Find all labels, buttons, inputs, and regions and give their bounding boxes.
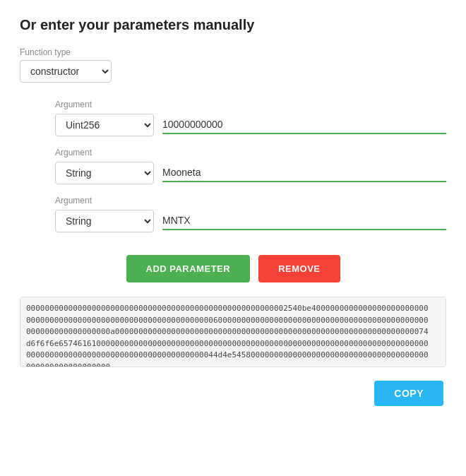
argument-type-select-2[interactable]: Uint256 String Address Bool Bytes bbox=[55, 210, 154, 232]
argument-input-0[interactable] bbox=[162, 116, 446, 134]
argument-row-0: Argument Uint256 String Address Bool Byt… bbox=[55, 100, 446, 136]
buttons-row: ADD PARAMETER REMOVE bbox=[20, 255, 446, 282]
add-parameter-button[interactable]: ADD PARAMETER bbox=[126, 255, 251, 282]
argument-input-2[interactable] bbox=[162, 212, 446, 230]
copy-row: COPY bbox=[20, 381, 446, 406]
output-box-wrapper bbox=[20, 297, 446, 369]
argument-label-2: Argument bbox=[55, 196, 446, 206]
arguments-section: Argument Uint256 String Address Bool Byt… bbox=[20, 100, 446, 232]
function-type-label: Function type bbox=[20, 47, 446, 57]
copy-button[interactable]: COPY bbox=[374, 381, 443, 406]
argument-input-1[interactable] bbox=[162, 164, 446, 182]
argument-type-select-0[interactable]: Uint256 String Address Bool Bytes bbox=[55, 114, 154, 136]
argument-label-0: Argument bbox=[55, 100, 446, 109]
argument-row-2: Argument Uint256 String Address Bool Byt… bbox=[55, 196, 446, 232]
function-type-select[interactable]: constructor function event bbox=[20, 60, 112, 83]
remove-button[interactable]: REMOVE bbox=[258, 255, 340, 282]
argument-row-1: Argument Uint256 String Address Bool Byt… bbox=[55, 148, 446, 184]
output-textarea[interactable] bbox=[20, 297, 446, 367]
argument-label-1: Argument bbox=[55, 148, 446, 157]
argument-type-select-1[interactable]: Uint256 String Address Bool Bytes bbox=[55, 162, 154, 184]
page-title: Or enter your parameters manually bbox=[20, 17, 446, 33]
